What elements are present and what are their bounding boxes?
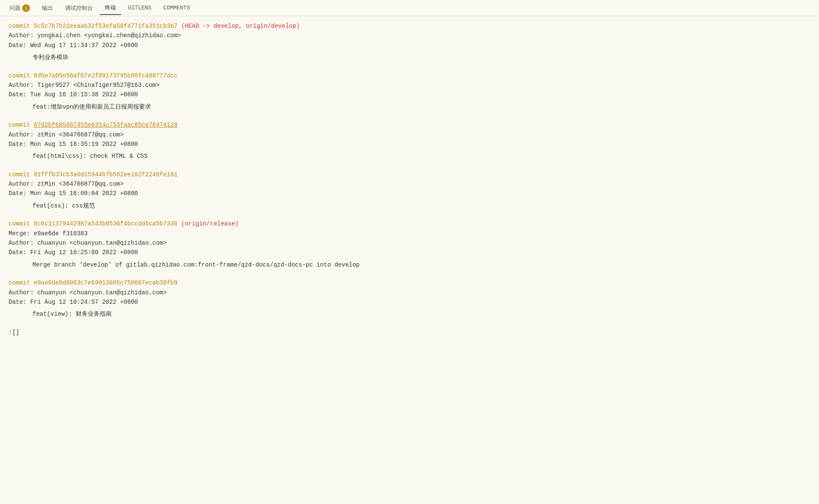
- commit-line-0: commit 5c5c7b7b21eeaab32f53efa58f4771fa3…: [9, 21, 810, 31]
- tab-label-terminal: 终端: [105, 4, 116, 12]
- commit-message-2: feat(html\css): check HTML & CSS: [33, 151, 810, 161]
- date-line-5: Date: Fri Aug 12 10:24:57 2022 +0800: [9, 297, 810, 307]
- author-line-2: Author: ztMin <364766877@qq.com>: [9, 130, 810, 139]
- commit-keyword-5: commit: [9, 279, 34, 286]
- commit-keyword-2: commit: [9, 122, 34, 128]
- commit-block-1: commit 8d5e7a05e56af07e2f89173795b08fc48…: [9, 71, 810, 112]
- commit-hash-2[interactable]: 67d2bf605867455e0314c753faac85ce70474120: [34, 122, 178, 128]
- commit-line-4: commit 8c6c11379442987a543b0536f4bccdd6c…: [9, 219, 810, 228]
- author-line-1: Author: Tiger9527 <ChinaTiger9527@163.co…: [9, 80, 810, 90]
- commit-line-5: commit e9ae6de8d8063c7e69913085c750607ec…: [9, 278, 810, 288]
- author-line-0: Author: yongkai.chen <yongkai.chen@qizhi…: [9, 31, 810, 40]
- tab-badge-problems: 1: [22, 4, 30, 12]
- commit-message-5: feat(view): 财务业务指南: [33, 309, 810, 319]
- commit-block-4: commit 8c6c11379442987a543b0536f4bccdd6c…: [9, 219, 810, 270]
- commit-keyword-0: commit: [9, 23, 34, 30]
- commit-hash-4: 8c6c11379442987a543b0536f4bccdd6ca5b7336: [34, 220, 178, 227]
- tab-output[interactable]: 输出: [37, 2, 58, 15]
- tab-bar: 问题1输出调试控制台终端GITLENSCOMMENTS: [0, 0, 819, 16]
- date-line-0: Date: Wed Aug 17 11:34:37 2022 +0800: [9, 41, 810, 50]
- commit-refs-4: (origin/release): [178, 220, 239, 227]
- tab-label-output: 输出: [42, 4, 53, 12]
- commit-block-2: commit 67d2bf605867455e0314c753faac85ce7…: [9, 120, 810, 161]
- author-line-5: Author: chuanyun <chuanyun.tan@qizhidao.…: [9, 288, 810, 297]
- commit-message-1: feat:增加vpn的使用和新员工日报周报要求: [33, 102, 810, 112]
- commit-message-4: Merge branch 'develop' of gitlab.qizhida…: [33, 260, 810, 270]
- commit-hash-1: 8d5e7a05e56af07e2f89173795b08fc488777dcc: [34, 72, 178, 79]
- tab-debug-console[interactable]: 调试控制台: [60, 2, 98, 15]
- commit-hash-0: 5c5c7b7b21eeaab32f53efa58f4771fa351cb3b7: [34, 23, 178, 30]
- author-line-4: Author: chuanyun <chuanyun.tan@qizhidao.…: [9, 238, 810, 248]
- commit-message-3: feat(css): css规范: [33, 201, 810, 210]
- commit-block-5: commit e9ae6de8d8063c7e69913085c750607ec…: [9, 278, 810, 319]
- commit-block-0: commit 5c5c7b7b21eeaab32f53efa58f4771fa3…: [9, 21, 810, 62]
- tab-label-gitlens: GITLENS: [128, 5, 151, 11]
- tab-label-comments: COMMENTS: [163, 5, 190, 11]
- date-line-3: Date: Mon Aug 15 16:00:04 2022 +0800: [9, 189, 810, 198]
- tab-label-problems: 问题: [9, 4, 21, 12]
- commit-line-2: commit 67d2bf605867455e0314c753faac85ce7…: [9, 120, 810, 130]
- date-line-1: Date: Tue Aug 16 10:15:38 2022 +0800: [9, 90, 810, 99]
- commit-hash-5: e9ae6de8d8063c7e69913085c750607ecab38fb9: [34, 279, 178, 286]
- commit-block-3: commit 91fffb33cb3a0d15944b7b582ee102f22…: [9, 170, 810, 211]
- merge-line-4: Merge: e9ae6de f310383: [9, 229, 810, 238]
- terminal-content: commit 5c5c7b7b21eeaab32f53efa58f4771fa3…: [0, 16, 819, 342]
- tab-terminal[interactable]: 终端: [100, 1, 121, 15]
- commit-keyword-4: commit: [9, 220, 34, 227]
- prompt-line: :[]: [9, 328, 810, 337]
- commit-hash-3: 91fffb33cb3a0d15944b7b582ee102f2248fe181: [34, 171, 178, 178]
- commit-keyword-3: commit: [9, 171, 34, 178]
- commit-line-3: commit 91fffb33cb3a0d15944b7b582ee102f22…: [9, 170, 810, 179]
- tab-gitlens[interactable]: GITLENS: [123, 2, 157, 14]
- tab-problems[interactable]: 问题1: [4, 2, 35, 15]
- author-line-3: Author: ztMin <364766877@qq.com>: [9, 179, 810, 189]
- tab-label-debug-console: 调试控制台: [65, 4, 93, 12]
- commit-refs-0: (HEAD -> develop, origin/develop): [178, 23, 300, 30]
- date-line-4: Date: Fri Aug 12 10:25:00 2022 +0800: [9, 248, 810, 257]
- date-line-2: Date: Mon Aug 15 18:35:19 2022 +0800: [9, 139, 810, 149]
- commit-line-1: commit 8d5e7a05e56af07e2f89173795b08fc48…: [9, 71, 810, 80]
- commit-message-0: 专利业务模块: [33, 53, 810, 62]
- tab-comments[interactable]: COMMENTS: [158, 2, 195, 14]
- commit-keyword-1: commit: [9, 72, 34, 79]
